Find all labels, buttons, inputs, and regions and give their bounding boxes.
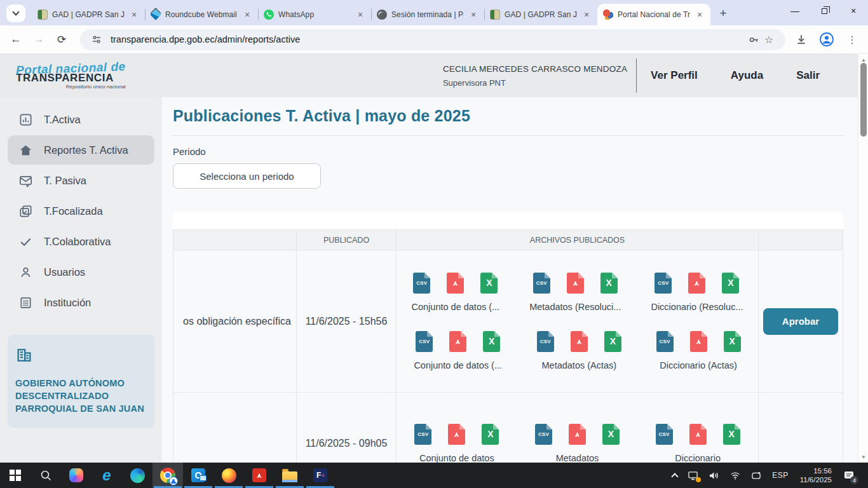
xls-file-icon[interactable]: X — [604, 331, 621, 352]
browser-menu-icon[interactable]: ⋮ — [844, 31, 860, 48]
file-group-conjunto[interactable]: CSV X Conjunto de datos — [414, 424, 499, 463]
xls-file-icon[interactable]: X — [483, 331, 500, 352]
taskbar-search-button[interactable] — [31, 463, 61, 488]
chrome-button[interactable] — [153, 463, 183, 488]
csv-file-icon[interactable]: CSV — [414, 424, 431, 445]
reload-button[interactable]: ⟳ — [52, 30, 71, 49]
tab-gad-2[interactable]: GAD | GADPR San Jua × — [484, 4, 597, 25]
internet-explorer-button[interactable]: e — [92, 463, 122, 488]
nav-ver-perfil[interactable]: Ver Perfil — [651, 69, 698, 82]
pdf-file-icon[interactable] — [690, 331, 707, 352]
pdf-file-icon[interactable] — [688, 273, 705, 294]
tab-search-button[interactable] — [6, 4, 25, 22]
profile-avatar-icon[interactable] — [818, 31, 835, 48]
file-group-label: Metadatos (Actas) — [541, 360, 616, 370]
file-group-metadatos-actas[interactable]: CSV X Metadatos (Actas) — [537, 331, 621, 370]
pdf-file-icon[interactable] — [569, 424, 586, 445]
tab-sesion[interactable]: Sesión terminada | Pa × — [371, 4, 484, 25]
pdf-file-icon[interactable] — [447, 273, 464, 294]
nav-salir[interactable]: Salir — [796, 69, 820, 82]
notification-center-button[interactable]: 4 — [839, 463, 858, 488]
institution-card[interactable]: GOBIERNO AUTÓNOMO DESCENTRALIZADO PARROQ… — [8, 335, 154, 428]
page-scrollbar[interactable]: ▲ ▼ — [858, 54, 868, 463]
tab-close-icon[interactable]: × — [581, 10, 592, 20]
xls-file-icon[interactable]: X — [482, 424, 499, 445]
xls-file-icon[interactable]: X — [723, 424, 740, 445]
xls-file-icon[interactable]: X — [602, 424, 620, 445]
csv-file-icon[interactable]: CSV — [537, 331, 554, 352]
tab-portal-active[interactable]: Portal Nacional de Tra × — [597, 4, 710, 25]
tab-close-icon[interactable]: × — [468, 10, 478, 20]
scrollbar-thumb[interactable] — [860, 63, 867, 137]
close-window-button[interactable]: × — [839, 0, 868, 22]
sidebar-item-t-activa[interactable]: T.Activa — [8, 105, 154, 134]
restore-button[interactable] — [810, 0, 839, 22]
clock[interactable]: 15:56 11/6/2025 — [795, 463, 837, 488]
pdf-file-icon[interactable] — [571, 331, 588, 352]
file-group-metadatos[interactable]: CSV X Metadatos — [535, 424, 620, 463]
forward-button[interactable]: → — [29, 30, 48, 49]
csv-file-icon[interactable]: CSV — [533, 273, 550, 294]
sidebar-item-institucion[interactable]: Institución — [8, 288, 154, 317]
period-select[interactable]: Selecciona un periodo — [173, 163, 321, 189]
tab-gad-1[interactable]: GAD | GADPR San Jua × — [32, 4, 145, 25]
edge-button[interactable] — [122, 463, 153, 488]
password-key-icon[interactable] — [746, 32, 761, 47]
csv-file-icon[interactable]: CSV — [654, 273, 672, 294]
xls-file-icon[interactable]: X — [480, 273, 498, 294]
csv-file-icon[interactable]: CSV — [656, 424, 673, 445]
new-tab-button[interactable]: + — [714, 4, 732, 22]
pdf-file-icon[interactable] — [689, 424, 707, 445]
address-bar[interactable]: transparencia.dpe.gob.ec/admin/reports/a… — [80, 29, 785, 50]
aprobar-button[interactable]: Aprobar — [763, 308, 838, 335]
start-button[interactable] — [0, 463, 31, 488]
file-group-conjunto[interactable]: CSV X Conjunto de datos (... — [414, 331, 502, 370]
fe-app-button[interactable]: F≡ — [305, 463, 336, 488]
sidebar-item-t-pasiva[interactable]: T. Pasiva — [8, 166, 154, 195]
tab-roundcube[interactable]: Roundcube Webmail × — [145, 4, 258, 25]
csv-file-icon[interactable]: CSV — [413, 273, 430, 294]
copilot-button[interactable] — [61, 463, 92, 488]
tab-close-icon[interactable]: × — [695, 10, 705, 20]
xls-file-icon[interactable]: X — [724, 331, 741, 352]
pdf-file-icon[interactable] — [448, 424, 465, 445]
sidebar-item-reportes-t-activa[interactable]: Reportes T. Activa — [8, 135, 154, 165]
nav-ayuda[interactable]: Ayuda — [731, 69, 763, 82]
tray-meet-button[interactable] — [747, 463, 766, 488]
pdf-file-icon[interactable] — [567, 273, 584, 294]
file-group-diccionario[interactable]: CSV X Diccionario — [656, 424, 740, 463]
xls-file-icon[interactable]: X — [722, 273, 739, 294]
sidebar-item-usuarios[interactable]: Usuarios — [8, 257, 154, 287]
language-indicator[interactable]: ESP — [768, 463, 792, 488]
tray-wifi-button[interactable] — [726, 463, 745, 488]
back-button[interactable]: ← — [6, 30, 25, 49]
tab-close-icon[interactable]: × — [242, 10, 252, 20]
csv-file-icon[interactable]: CSV — [656, 331, 674, 352]
sidebar-item-t-focalizada[interactable]: T.Focalizada — [8, 196, 154, 226]
file-group-diccionario-actas[interactable]: CSV X Diccionario (Actas) — [656, 331, 741, 370]
tray-expand-button[interactable] — [668, 463, 681, 488]
scroll-down-icon[interactable]: ▼ — [858, 452, 868, 461]
bookmark-star-icon[interactable]: ☆ — [761, 32, 776, 47]
file-explorer-button[interactable] — [275, 463, 305, 488]
tab-close-icon[interactable]: × — [355, 10, 365, 20]
url-text[interactable]: transparencia.dpe.gob.ec/admin/reports/a… — [111, 34, 746, 44]
csv-file-icon[interactable]: CSV — [416, 331, 433, 352]
file-group-diccionario[interactable]: CSV X Diccionario (Resoluc... — [651, 273, 743, 312]
download-icon[interactable] — [793, 31, 810, 48]
file-group-conjunto[interactable]: CSV X Conjunto de datos (... — [412, 273, 500, 312]
site-settings-icon[interactable] — [89, 32, 104, 47]
tray-display-button[interactable] — [684, 463, 702, 488]
minimize-button[interactable]: — — [780, 0, 810, 22]
tab-close-icon[interactable]: × — [129, 10, 139, 20]
csv-file-icon[interactable]: CSV — [535, 424, 552, 445]
file-group-metadatos[interactable]: CSV X Metadatos (Resoluci... — [529, 273, 621, 312]
acrobat-button[interactable] — [244, 463, 275, 488]
sidebar-item-t-colaborativa[interactable]: T.Colaborativa — [8, 227, 154, 256]
tab-whatsapp[interactable]: WhatsApp × — [258, 4, 371, 25]
firefox-button[interactable] — [214, 463, 244, 488]
outlook-button[interactable]: O — [183, 463, 214, 488]
xls-file-icon[interactable]: X — [600, 273, 618, 294]
tray-volume-button[interactable] — [705, 463, 723, 488]
pdf-file-icon[interactable] — [449, 331, 466, 352]
